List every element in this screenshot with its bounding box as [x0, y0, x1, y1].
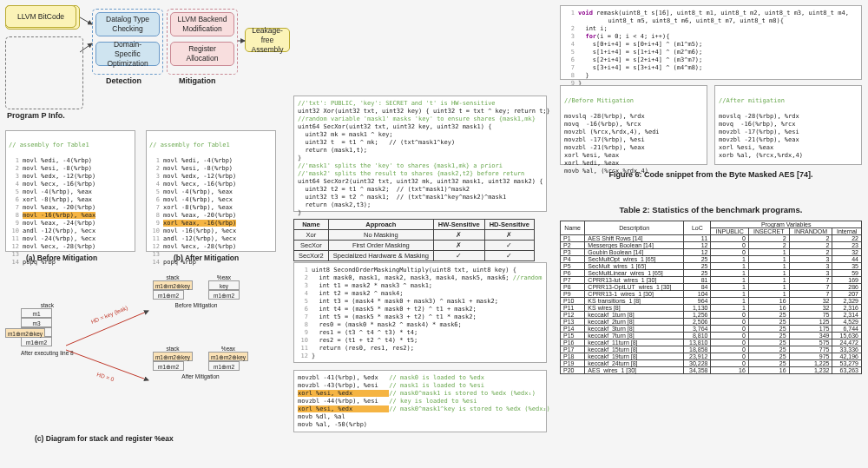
stack-label: stack — [153, 274, 193, 280]
stack-cell: m3 — [21, 318, 52, 327]
eax-label: %eax — [208, 346, 248, 352]
box-regalloc: Register Allocation — [170, 42, 234, 66]
caption-b: (b) After Mitigation — [174, 254, 239, 262]
before-mit-title: //Before Mitigation — [564, 97, 703, 105]
mitigation-label: Mitigation — [179, 76, 216, 85]
benchmark-table: NameDescriptionLoCProgram VariablesINPUB… — [560, 221, 862, 374]
program-info-frame — [5, 36, 83, 109]
stack-diagram: stack m1 m3 key m1⊕m2 After executing li… — [5, 267, 281, 432]
asm-before-title: // assembly for Table1 — [9, 142, 132, 149]
secxor-panel: //'txt': PUBLIC, 'key': SECRET and 't' i… — [293, 96, 547, 212]
stack-cell: m1⊕m2 — [208, 290, 240, 300]
stack-cell-highlight: m1⊕m2⊕key — [153, 352, 193, 361]
stack-cell-highlight: m1⊕m2⊕key — [153, 280, 193, 290]
stack-cell: key — [208, 280, 240, 290]
program-info-label: Program P Info. — [7, 111, 65, 120]
stack-arrows: HD = key (leak) HD = 0 — [66, 311, 153, 398]
fig6-caption: Figure 6: Code snippet from the Byte Mas… — [560, 170, 862, 179]
eax-label: %eax — [208, 274, 240, 280]
box-output: Leakage-free Assembly — [245, 28, 290, 52]
secondorder-panel: 1uint8 SecondOrderMaskingMultiply(uint8 … — [293, 262, 547, 363]
svg-line-1 — [80, 43, 92, 52]
box-datalog: Datalog Type Checking — [95, 12, 160, 36]
after-mit-asm: //After mitigation movslq -28(%rbp), %rd… — [714, 85, 862, 165]
flow-arrow-out — [238, 40, 247, 42]
remask-panel: 1void remask(uint8_t s[16], uint8_t m1, … — [560, 5, 862, 80]
before-mit-asm: //Before Mitigation movslq -28(%rbp), %r… — [560, 85, 707, 165]
stack-left-highlight: m1⊕m2⊕key — [5, 328, 45, 338]
box-domain-opt: Domain-Specific Optimization — [95, 42, 160, 66]
flow-arrows — [80, 17, 95, 69]
asm-after-title: // assembly for Table1 — [149, 142, 273, 149]
svg-text:HD = 0: HD = 0 — [96, 371, 115, 382]
box-llvm-backend: LLVM Backend Modification — [170, 12, 234, 36]
detection-label: Detection — [106, 76, 141, 85]
table2-caption: Table 2: Statistics of the benchmark pro… — [560, 205, 862, 214]
stack-cell: m1⊕m2 — [208, 361, 240, 371]
mask-block-panel: movzbl -41(%rbp), %edx // mask0 is loade… — [293, 370, 547, 432]
approach-table: NameApproachHW-SensitiveHD-SensitiveXorN… — [293, 219, 535, 261]
stack-cell: m1⊕m2 — [153, 290, 184, 300]
stack-cell-highlight: m1⊕m2⊕key — [5, 328, 45, 338]
asm-before-panel: // assembly for Table1 1movl %edi, -4(%r… — [5, 130, 135, 252]
caption-a: (a) Before Mitigation — [26, 254, 97, 262]
stack-before-mit: stack m1⊕m2⊕key m1⊕m2 %eax key m1⊕m2 Bef… — [153, 274, 240, 308]
after-mit-title: //After mitigation — [719, 97, 858, 105]
svg-line-0 — [80, 17, 92, 24]
asm-after-panel: // assembly for Table1 1movl %edi, -4(%r… — [146, 130, 276, 252]
flowchart: User-specified Input Annotation Variable… — [5, 5, 285, 123]
after-mit-caption: After Mitigation — [153, 373, 248, 379]
stack-cell: m1 — [21, 308, 52, 318]
caption-c: (c) Diagram for stack and register %eax — [35, 434, 174, 443]
box-llvm-bitcode: LLVM BitCode — [5, 5, 76, 28]
stack-label: stack — [153, 346, 193, 352]
stack-cell-highlight: m1⊕m2⊕key — [208, 352, 248, 361]
stack-after-mit: stack m1⊕m2⊕key m1⊕m2 %eax m1⊕m2⊕key m1⊕… — [153, 346, 248, 379]
stack-label: stack — [21, 302, 74, 308]
before-mit-caption: Before Mitigation — [153, 302, 240, 308]
svg-text:HD = key (leak): HD = key (leak) — [90, 305, 129, 326]
stack-cell: m1⊕m2 — [153, 361, 184, 371]
